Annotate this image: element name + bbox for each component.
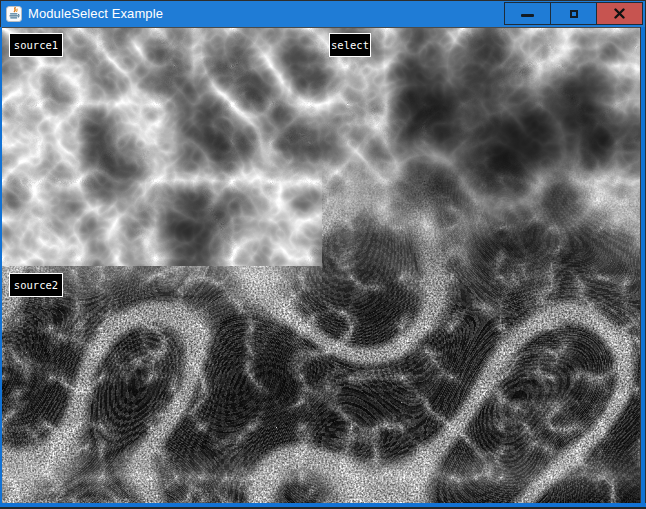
source2-label: source2: [9, 273, 63, 297]
minimize-icon: [521, 14, 534, 17]
titlebar[interactable]: ModuleSelect Example: [1, 1, 645, 27]
window-controls: [505, 2, 643, 26]
window-title: ModuleSelect Example: [28, 1, 163, 27]
close-icon: [614, 8, 625, 19]
maximize-icon: [570, 10, 578, 18]
select-label: select: [329, 33, 371, 57]
source1-label: source1: [9, 33, 63, 57]
texture-bright-band-bottom: [2, 448, 640, 500]
minimize-button[interactable]: [504, 2, 551, 25]
texture-select-cell-blend: [322, 28, 640, 503]
client-area: source1 select source2: [2, 28, 640, 503]
noise-canvas: [2, 28, 640, 503]
window-border-left: [0, 27, 2, 504]
application-window: ModuleSelect Example: [0, 0, 646, 509]
maximize-button[interactable]: [550, 2, 597, 25]
java-coffee-cup-icon: [6, 6, 22, 22]
close-button[interactable]: [596, 2, 643, 25]
